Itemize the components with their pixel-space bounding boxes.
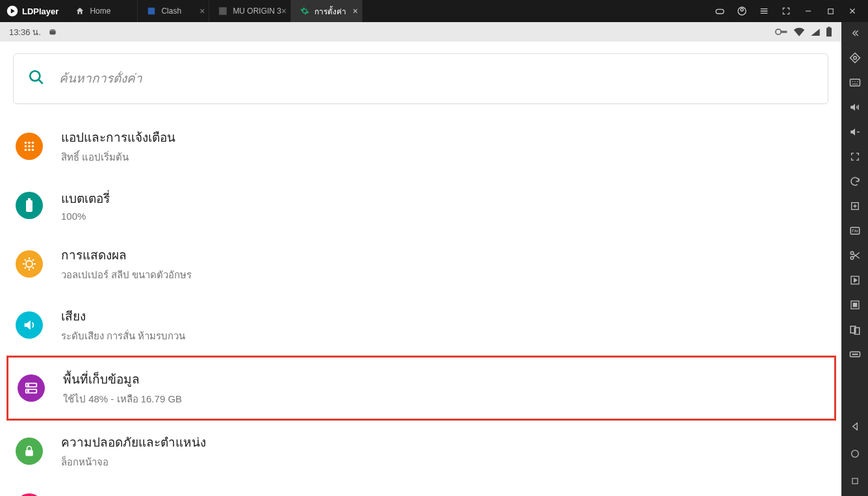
- account-icon: [16, 493, 43, 496]
- settings-list: แอปและการแจ้งเตือน สิทธิ์ แอปเริ่มต้น แบ…: [1, 113, 840, 496]
- svg-point-16: [28, 145, 31, 148]
- volume-down-icon[interactable]: [848, 125, 862, 139]
- svg-point-18: [25, 149, 27, 151]
- maximize-icon[interactable]: [825, 6, 836, 16]
- settings-item-display[interactable]: การแสดงผล วอลเปเปอร์ สลีป ขนาดตัวอักษร: [1, 233, 840, 294]
- item-sub: ระดับเสียง การสั่น ห้ามรบกวน: [61, 328, 185, 344]
- adb-icon: [47, 26, 58, 38]
- item-title: แบตเตอรี่: [61, 189, 110, 208]
- svg-rect-8: [780, 31, 787, 33]
- storage-icon: [18, 374, 45, 402]
- android-statusbar: 13:36 น.: [0, 22, 841, 42]
- nav-back-icon[interactable]: [848, 419, 862, 434]
- svg-rect-3: [716, 9, 724, 14]
- item-title: การแสดงผล: [61, 245, 192, 265]
- svg-rect-28: [25, 450, 33, 456]
- user-icon[interactable]: [737, 6, 747, 16]
- svg-point-36: [850, 257, 854, 260]
- clock: 13:36 น.: [9, 25, 41, 39]
- svg-point-46: [852, 450, 859, 458]
- volume-up-icon[interactable]: [848, 100, 862, 114]
- emulator-toolbar: [842, 22, 868, 496]
- svg-rect-39: [853, 303, 856, 306]
- tab-settings-label: การตั้งค่า: [314, 5, 346, 18]
- svg-point-27: [28, 391, 29, 392]
- gamepad-icon[interactable]: [715, 6, 725, 16]
- nav-recent-icon[interactable]: [848, 474, 862, 488]
- svg-point-20: [32, 149, 34, 151]
- item-title: เสียง: [61, 306, 185, 326]
- search-input[interactable]: [59, 72, 813, 86]
- settings-item-storage[interactable]: พื้นที่เก็บข้อมูล ใช้ไป 48% - เหลือ 16.7…: [6, 356, 836, 421]
- settings-item-sound[interactable]: เสียง ระดับเสียง การสั่น ห้ามรบกวน: [1, 294, 840, 356]
- svg-rect-32: [850, 79, 860, 86]
- svg-point-26: [28, 385, 29, 386]
- close-icon[interactable]: ×: [281, 6, 287, 16]
- tab-home[interactable]: Home: [66, 0, 138, 22]
- tab-home-label: Home: [90, 7, 110, 16]
- signal-icon: [810, 27, 821, 36]
- apk-icon[interactable]: [848, 224, 862, 238]
- location-icon[interactable]: [848, 51, 862, 65]
- app-name: LDPlayer: [22, 7, 58, 16]
- home-icon: [75, 7, 84, 16]
- more-icon[interactable]: [848, 347, 862, 361]
- apps-icon: [16, 133, 43, 160]
- titlebar-controls: [715, 6, 868, 16]
- volume-icon: [16, 311, 43, 339]
- menu-icon[interactable]: [759, 6, 769, 16]
- svg-point-31: [854, 57, 857, 60]
- minimize-icon[interactable]: [803, 6, 813, 16]
- install-icon[interactable]: [848, 199, 862, 213]
- close-icon[interactable]: ×: [199, 6, 205, 16]
- svg-point-11: [30, 71, 40, 81]
- tab-settings[interactable]: การตั้งค่า ×: [291, 0, 363, 22]
- screenshot-icon[interactable]: [848, 298, 862, 312]
- svg-marker-30: [850, 53, 860, 63]
- svg-rect-22: [28, 198, 31, 200]
- collapse-icon[interactable]: [848, 26, 862, 40]
- tabs: Home Clash × MU ORIGIN 3 × การตั้งค่า ×: [66, 0, 363, 22]
- gear-icon: [300, 7, 309, 16]
- settings-item-security[interactable]: ความปลอดภัยและตำแหน่ง ล็อกหน้าจอ: [1, 421, 840, 482]
- tab-mu[interactable]: MU ORIGIN 3 ×: [209, 0, 291, 22]
- ldplayer-icon: [6, 5, 18, 17]
- svg-point-43: [852, 354, 854, 355]
- fullscreen-icon[interactable]: [781, 6, 791, 16]
- svg-point-17: [32, 145, 34, 148]
- multi-icon[interactable]: [848, 322, 862, 337]
- svg-point-44: [854, 354, 856, 355]
- svg-point-12: [25, 142, 27, 144]
- tab-clash[interactable]: Clash ×: [138, 0, 209, 22]
- battery-full-icon: [16, 192, 43, 219]
- svg-rect-10: [828, 27, 830, 28]
- svg-point-5: [741, 8, 743, 11]
- svg-point-45: [856, 354, 858, 355]
- sync-icon[interactable]: [848, 174, 862, 189]
- tab-mu-label: MU ORIGIN 3: [233, 7, 281, 16]
- svg-point-13: [28, 142, 31, 144]
- svg-rect-9: [826, 28, 832, 37]
- svg-point-23: [26, 261, 32, 267]
- item-title: ความปลอดภัยและตำแหน่ง: [61, 432, 206, 452]
- svg-rect-1: [148, 8, 155, 15]
- search-card[interactable]: [13, 53, 828, 104]
- item-sub: สิทธิ์ แอปเริ่มต้น: [61, 150, 175, 165]
- lock-icon: [16, 437, 43, 465]
- fullscreen2-icon[interactable]: [848, 150, 862, 164]
- settings-item-account[interactable]: บัญชี: [1, 482, 840, 496]
- svg-point-15: [25, 145, 27, 148]
- svg-rect-2: [220, 7, 227, 15]
- settings-item-battery[interactable]: แบตเตอรี่ 100%: [1, 177, 840, 233]
- close-icon[interactable]: ×: [353, 6, 358, 16]
- keyboard-icon[interactable]: [848, 75, 862, 90]
- search-icon: [28, 69, 45, 88]
- close-icon[interactable]: [847, 6, 858, 16]
- scissors-icon[interactable]: [848, 248, 862, 263]
- nav-home-icon[interactable]: [848, 447, 862, 461]
- svg-point-35: [850, 252, 854, 255]
- record-icon[interactable]: [848, 273, 862, 287]
- svg-rect-47: [852, 478, 858, 484]
- item-sub: วอลเปเปอร์ สลีป ขนาดตัวอักษร: [61, 267, 192, 283]
- settings-item-apps[interactable]: แอปและการแจ้งเตือน สิทธิ์ แอปเริ่มต้น: [1, 116, 840, 177]
